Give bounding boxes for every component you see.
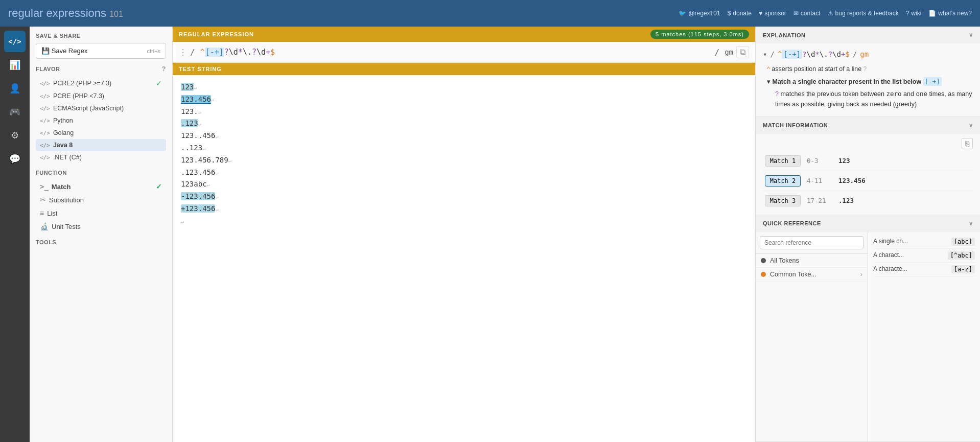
test-line-1: 123↵ [181,81,747,94]
flavor-python[interactable]: </> Python [36,114,166,127]
flavor-golang[interactable]: </> Golang [36,127,166,139]
quick-ref-search-input[interactable] [760,236,864,249]
exp-anchor-help[interactable]: ? [864,65,867,73]
match-highlight-10: -123.456 [181,192,215,200]
match-highlight-11: +123.456 [181,204,215,213]
match-copy-all-row: ⎘ [763,138,973,151]
function-match-check: ✓ [156,182,162,191]
match-range-2: 4-11 [807,177,832,184]
exp-item-quantifier: ? matches the previous token between zer… [775,89,973,109]
nav-contact[interactable]: ✉ contact [794,10,821,17]
regex-header-label: REGULAR EXPRESSION [179,31,254,37]
function-unit-tests[interactable]: 🔬 Unit Tests [36,220,166,233]
qr-common-dot [761,272,766,277]
nav-sponsor[interactable]: ♥ sponsor [759,10,786,17]
copy-regex-button[interactable]: ⧉ [736,46,749,58]
nav-donate[interactable]: $ donate [728,10,752,17]
nav-twitter[interactable]: 🐦 @regex101 [679,10,720,17]
regex-flags[interactable]: gm [725,48,733,56]
qr-entry-1-desc: A single ch... [873,238,947,245]
regex-menu-button[interactable]: ⋮ [179,48,187,57]
function-list[interactable]: ≡ List [36,206,166,220]
match-info-section: MATCH INFORMATION ∨ ⎘ Match 1 0-3 123 Ma… [756,117,980,215]
nav-bug[interactable]: ⚠ bug reports & feedback [828,10,899,17]
regex-q4: + [266,48,270,57]
sidebar-btn-settings[interactable]: ⚙ [4,125,26,146]
regex-section-header: REGULAR EXPRESSION 5 matches (115 steps,… [173,27,755,42]
regex-open-delimiter: / [190,48,195,57]
flavor-pcre2[interactable]: </> PCRE2 (PHP >=7.3) ✓ [36,77,166,90]
qr-common-label: Common Toke... [770,271,816,278]
regex-digit1: \d [229,48,238,57]
quick-ref-chevron: ∨ [969,220,973,227]
test-line-11: +123.456↵ [181,203,747,215]
match-range-1: 0-3 [807,157,832,165]
qr-entry-3[interactable]: A characte... [a-z] [873,263,975,276]
sidebar-btn-analytics[interactable]: 📊 [4,54,26,76]
sidebar-btn-account[interactable]: 👤 [4,78,26,99]
sidebar-btn-community[interactable]: 💬 [4,148,26,170]
matches-badge: 5 matches (115 steps, 3.0ms) [650,30,749,39]
regex-anchor-end: $ [270,48,275,57]
center-panel: REGULAR EXPRESSION 5 matches (115 steps,… [173,27,755,442]
quick-ref-section: QUICK REFERENCE ∨ All Tokens [756,215,980,442]
quick-ref-left: All Tokens Common Toke... [756,232,868,441]
teststr-header-label: TEST STRING [179,66,222,72]
quick-ref-header[interactable]: QUICK REFERENCE ∨ [756,215,980,232]
test-line-12: ↵ [181,215,747,227]
regex-dot: \. [243,48,252,57]
match-value-2: 123.456 [838,177,866,184]
nav-wiki[interactable]: ? wiki [906,10,922,17]
test-string-area[interactable]: 123↵ 123.456↵ 123.↵ .123↵ 123..456↵ ..12… [173,75,755,442]
match-row-3[interactable]: Match 3 17-21 .123 [763,191,973,211]
test-line-10: -123.456↵ [181,191,747,203]
nav-whatsnew[interactable]: 📄 what's new? [928,10,972,17]
regex-expression[interactable]: ^[-+]?\d*\.?\d+$ [198,46,712,58]
function-title: FUNCTION [36,170,166,176]
flavor-dotnet[interactable]: </> .NET (C#) [36,151,166,164]
match-row-1[interactable]: Match 1 0-3 123 [763,151,973,171]
qr-entry-1[interactable]: A single ch... [abc] [873,235,975,249]
regex-input-row: ⋮ / ^[-+]?\d*\.?\d+$ / gm ⧉ [173,42,755,63]
match-copy-all-button[interactable]: ⎘ [962,138,973,149]
flavor-ecma[interactable]: </> ECMAScript (JavaScript) [36,102,166,114]
function-substitution[interactable]: ✂ Substitution [36,193,166,206]
match-info-chevron: ∨ [969,122,973,129]
qr-entry-2[interactable]: A charact... [^abc] [873,249,975,263]
qr-all-tokens-label: All Tokens [770,257,799,264]
save-share-title: SAVE & SHARE [36,33,166,39]
exp-item-anchor: ^ asserts position at start of a line ? [767,64,973,74]
match-info-header[interactable]: MATCH INFORMATION ∨ [756,117,980,134]
test-line-6: ..123↵ [181,142,747,154]
qr-common-tokens[interactable]: Common Toke... [756,268,868,282]
test-line-5: 123..456↵ [181,130,747,142]
flavor-help-icon[interactable]: ? [162,65,166,73]
top-nav-links: 🐦 @regex101 $ donate ♥ sponsor ✉ contact… [679,10,972,17]
explanation-section: EXPLANATION ∨ ▾ / ^[-+]?\d*\.?\d+$ / gm … [756,27,980,117]
save-regex-button[interactable]: 💾 Save Regex ctrl+s [36,43,166,59]
match-label-1: Match 1 [765,155,801,167]
function-match[interactable]: >_ Match ✓ [36,180,166,193]
regex-anchor-start: ^ [200,48,205,57]
qr-all-tokens[interactable]: All Tokens [756,254,868,268]
match-highlight-2: 123.456 [181,95,211,104]
exp-collapse-toggle[interactable]: ▾ [763,49,767,60]
flavor-java8[interactable]: </> Java 8 [36,139,166,151]
match-row-2[interactable]: Match 2 4-11 123.456 [763,171,973,191]
logo-regular: regular [8,7,43,19]
flavor-pcre2-check: ✓ [156,79,162,87]
quick-ref-body: All Tokens Common Toke... A single ch...… [756,232,980,441]
logo: regular expressions 101 [8,7,123,20]
qr-entry-3-token: [a-z] [951,265,975,273]
qr-entry-2-desc: A charact... [873,251,944,259]
match-highlight-1: 123 [181,83,194,91]
sidebar-btn-quiz[interactable]: 🎮 [4,101,26,123]
qr-entry-2-token: [^abc] [948,251,975,260]
flavor-title: FLAVOR ? [36,65,166,73]
qr-all-tokens-dot [761,258,766,263]
sidebar-btn-editor[interactable]: </> [4,31,26,52]
qr-entry-3-desc: A characte... [873,265,947,272]
regex-q2: * [238,48,243,57]
explanation-header[interactable]: EXPLANATION ∨ [756,27,980,43]
flavor-pcre[interactable]: </> PCRE (PHP <7.3) [36,90,166,102]
